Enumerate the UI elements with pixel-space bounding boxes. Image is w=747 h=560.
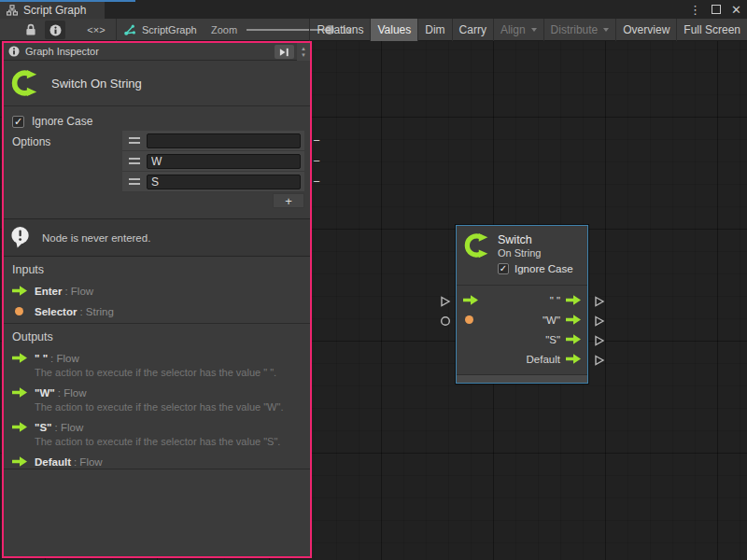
input-port-row: Enter : Flow — [12, 285, 310, 297]
inspector-header: Graph Inspector ▲ ▼ — [4, 43, 310, 61]
external-flow-connector[interactable] — [440, 296, 451, 307]
external-value-connector[interactable] — [440, 315, 451, 327]
info-icon — [8, 46, 20, 57]
script-graph-window: Script Graph ⋮ ✕ <×> — [0, 0, 747, 560]
inspected-node-title: Switch On String — [51, 77, 142, 91]
window-close-icon[interactable]: ✕ — [731, 4, 741, 16]
panel-scroll-arrows: ▲ ▼ — [297, 43, 310, 61]
external-flow-connector[interactable] — [594, 355, 605, 366]
external-flow-connector[interactable] — [594, 315, 605, 327]
node-subtitle: On String — [498, 247, 541, 259]
node-title: Switch — [498, 233, 541, 247]
overview-button[interactable]: Overview — [615, 19, 676, 41]
flow-arrow-icon — [12, 422, 27, 432]
scroll-down-icon[interactable]: ▼ — [301, 52, 306, 58]
node-port-row: " " — [457, 290, 587, 310]
output-port-icon[interactable] — [566, 354, 581, 364]
ignore-case-label: Ignore Case — [32, 115, 92, 128]
drag-handle-icon[interactable] — [122, 178, 147, 185]
option-input-1[interactable] — [147, 154, 301, 169]
lock-button[interactable] — [21, 21, 41, 39]
node-ignore-case-checkbox[interactable]: ✓ — [498, 263, 509, 274]
dim-button[interactable]: Dim — [417, 19, 451, 41]
remove-option-button[interactable]: − — [301, 154, 332, 168]
warning-bubble-icon — [10, 226, 32, 249]
output-port-block: Default : Flow — [12, 455, 310, 468]
info-icon — [49, 24, 62, 36]
node-header: Switch On String ✓ Ignore Case — [457, 226, 587, 285]
window-maximize-icon[interactable] — [712, 5, 721, 14]
align-label: Align — [500, 23, 526, 36]
port-name: Enter — [35, 286, 62, 297]
port-type: : Flow — [50, 353, 79, 364]
inputs-header: Inputs — [12, 263, 310, 276]
fullscreen-button[interactable]: Full Screen — [676, 19, 747, 41]
graph-icon — [123, 23, 136, 36]
options-label: Options — [12, 135, 50, 148]
external-flow-connector[interactable] — [594, 335, 605, 346]
port-name: Selector — [35, 306, 77, 317]
option-input-2[interactable] — [147, 175, 301, 189]
flow-arrow-icon — [12, 456, 27, 467]
add-option-button[interactable]: + — [273, 193, 304, 208]
selector-port-icon[interactable] — [465, 315, 473, 324]
external-flow-connector[interactable] — [594, 296, 605, 307]
outputs-section: Outputs " " : Flow The action to execute… — [4, 324, 310, 469]
input-port-row: Selector : String — [12, 305, 310, 317]
port-name: " " — [35, 353, 48, 364]
option-row: − — [122, 131, 304, 151]
node-footer — [457, 375, 587, 383]
values-button[interactable]: Values — [370, 19, 417, 41]
graph-canvas[interactable]: Graph Inspector ▲ ▼ — [0, 41, 747, 560]
switch-on-string-node[interactable]: Switch On String ✓ Ignore Case " " — [456, 225, 588, 384]
hierarchy-icon — [7, 5, 18, 16]
port-label: Default — [527, 354, 560, 365]
graph-toolbar: <×> ScriptGraph Zoom 1x Relations Values… — [0, 19, 747, 41]
output-port-icon[interactable] — [566, 334, 581, 344]
warning-text: Node is never entered. — [42, 232, 150, 244]
remove-option-button[interactable]: − — [301, 175, 332, 189]
node-port-row: "W" — [457, 310, 587, 329]
option-input-0[interactable] — [147, 133, 301, 148]
inputs-section: Inputs Enter : Flow Selector : String — [4, 257, 310, 324]
output-port-icon[interactable] — [566, 315, 581, 325]
distribute-button[interactable]: Distribute — [543, 19, 616, 41]
option-row: − — [122, 151, 304, 172]
toolbar-separator — [116, 19, 117, 41]
output-port-icon[interactable] — [566, 295, 581, 305]
flow-arrow-icon — [12, 286, 27, 296]
ignore-case-checkbox[interactable]: ✓ — [12, 116, 24, 128]
port-type: : Flow — [64, 286, 93, 297]
output-port-block: " " : Flow The action to execute if the … — [12, 352, 310, 378]
code-icon: <×> — [87, 24, 105, 35]
enter-port-icon[interactable] — [463, 295, 478, 305]
output-port-block: "W" : Flow The action to execute if the … — [12, 386, 310, 413]
dock-panel-button[interactable] — [275, 45, 294, 59]
graph-name: ScriptGraph — [142, 24, 197, 35]
carry-button[interactable]: Carry — [452, 19, 493, 41]
inspector-empty-area — [4, 469, 310, 556]
outputs-header: Outputs — [12, 330, 310, 343]
warning-banner: Node is never entered. — [4, 219, 310, 257]
relations-button[interactable]: Relations — [309, 19, 370, 41]
title-bar: Script Graph ⋮ ✕ — [0, 0, 747, 19]
port-name: "S" — [35, 422, 52, 433]
graph-breadcrumb[interactable]: ScriptGraph — [123, 19, 197, 41]
dock-right-icon — [279, 47, 289, 58]
switch-node-icon — [11, 69, 39, 97]
output-port-block: "S" : Flow The action to execute if the … — [12, 421, 310, 447]
drag-handle-icon[interactable] — [122, 137, 147, 144]
align-button[interactable]: Align — [493, 19, 543, 41]
scroll-up-icon[interactable]: ▲ — [301, 46, 306, 51]
port-description: The action to execute if the selector ha… — [35, 436, 310, 447]
node-body: " " "W" "S" — [457, 286, 587, 374]
window-menu-icon[interactable]: ⋮ — [689, 4, 701, 16]
inspector-toggle-button[interactable] — [45, 21, 65, 39]
flow-arrow-icon — [12, 353, 27, 363]
drag-handle-icon[interactable] — [122, 158, 147, 164]
code-preview-button[interactable]: <×> — [82, 21, 110, 39]
node-port-row: "S" — [457, 329, 587, 349]
remove-option-button[interactable]: − — [301, 133, 332, 147]
flow-arrow-icon — [12, 387, 27, 398]
tab-script-graph[interactable]: Script Graph — [0, 2, 105, 19]
